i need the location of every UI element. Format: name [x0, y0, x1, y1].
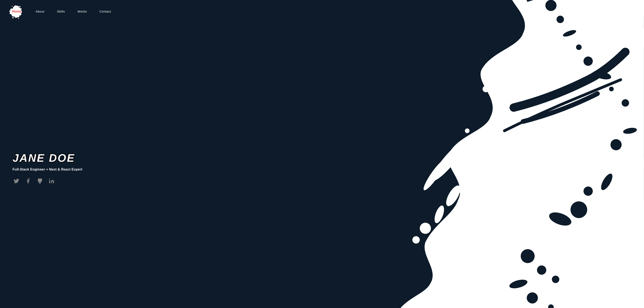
nav-item-contact[interactable]: Contact	[99, 10, 111, 13]
svg-point-24	[552, 90, 559, 97]
nav-item-skills[interactable]: Skills	[57, 10, 65, 13]
linkedin-link[interactable]	[48, 177, 55, 185]
linkedin-icon	[49, 178, 54, 184]
svg-point-36	[584, 56, 593, 66]
svg-point-56	[10, 13, 10, 14]
svg-point-27	[570, 201, 587, 218]
twitter-icon	[14, 178, 19, 184]
nav-link-about[interactable]: About	[36, 10, 44, 13]
svg-point-4	[635, 29, 644, 47]
svg-point-38	[562, 29, 577, 38]
svg-point-52	[10, 9, 12, 10]
hero-name: JANE DOE	[12, 152, 82, 164]
svg-point-60	[49, 179, 50, 180]
svg-point-49	[527, 292, 538, 304]
svg-point-16	[525, 26, 530, 31]
svg-point-23	[558, 101, 572, 115]
svg-point-37	[576, 44, 582, 50]
svg-point-34	[609, 87, 614, 91]
nav-link-skills[interactable]: Skills	[57, 10, 65, 13]
social-links	[12, 177, 82, 185]
svg-point-55	[21, 8, 22, 9]
svg-point-45	[521, 249, 535, 263]
nav-link-works[interactable]: Works	[78, 10, 87, 13]
svg-point-33	[622, 99, 629, 107]
svg-point-50	[548, 305, 554, 308]
github-link[interactable]	[36, 177, 44, 185]
nav-item-about[interactable]: About	[36, 10, 44, 13]
paint-splatter-bg	[225, 0, 644, 308]
svg-point-7	[433, 204, 446, 225]
svg-point-8	[420, 223, 431, 234]
svg-rect-59	[49, 180, 50, 183]
hero-content: JANE DOE Full-Stack Engineer + Next & Re…	[12, 152, 82, 185]
facebook-icon	[25, 178, 31, 184]
home-label[interactable]: Home	[12, 10, 21, 13]
nav-link-contact[interactable]: Contact	[99, 10, 111, 13]
facebook-link[interactable]	[24, 177, 32, 185]
svg-point-20	[421, 157, 448, 192]
svg-point-35	[592, 69, 612, 81]
svg-point-47	[552, 276, 559, 283]
svg-point-29	[584, 186, 593, 196]
svg-point-32	[622, 127, 637, 135]
logo-area[interactable]: Home	[8, 4, 23, 19]
navbar: Home About Skills Works Contact	[0, 0, 644, 23]
svg-point-26	[573, 125, 584, 136]
svg-point-31	[610, 139, 622, 150]
svg-point-30	[599, 172, 615, 192]
svg-point-14	[503, 69, 506, 72]
svg-point-19	[428, 138, 469, 184]
svg-point-10	[473, 141, 480, 148]
svg-point-28	[547, 210, 573, 228]
hero-subtitle: Full-Stack Engineer + Next & React Exper…	[12, 167, 82, 171]
twitter-link[interactable]	[12, 177, 20, 185]
svg-point-5	[454, 164, 489, 199]
logo-splat: Home	[8, 4, 23, 19]
page-wrapper: Home About Skills Works Contact JANE DOE…	[0, 0, 644, 308]
svg-rect-21	[551, 200, 644, 308]
svg-point-53	[12, 6, 12, 7]
nav-item-works[interactable]: Works	[78, 10, 87, 13]
svg-point-22	[551, 80, 644, 247]
github-icon	[37, 178, 43, 184]
svg-point-15	[511, 49, 516, 55]
svg-point-46	[537, 265, 546, 275]
svg-point-13	[482, 86, 489, 92]
svg-point-11	[465, 129, 470, 133]
svg-point-6	[444, 183, 463, 208]
svg-point-58	[18, 18, 19, 19]
svg-point-25	[570, 112, 579, 121]
svg-point-12	[492, 109, 498, 115]
svg-point-54	[19, 6, 20, 7]
nav-links: About Skills Works Contact	[36, 10, 111, 13]
svg-point-57	[12, 17, 14, 18]
svg-point-9	[412, 236, 420, 244]
svg-point-48	[508, 278, 528, 290]
